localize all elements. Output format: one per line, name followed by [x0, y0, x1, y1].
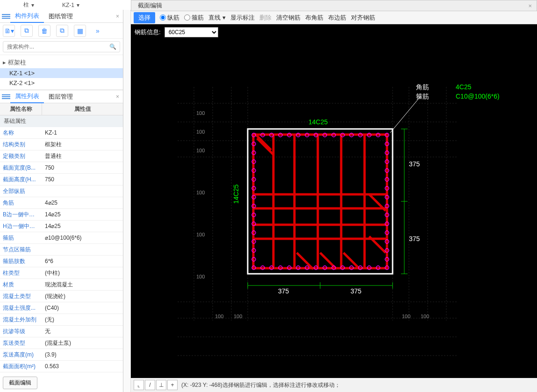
property-row[interactable]: 截面面积(m²)	[0, 361, 123, 372]
property-value[interactable]	[42, 314, 123, 325]
member-dropdown[interactable]: KZ-1 ▾	[62, 2, 79, 8]
tab-properties[interactable]: 属性列表	[10, 90, 44, 103]
layers-button[interactable]: ▦	[74, 25, 86, 37]
status-bar: ⌞ / ⊥ + (X: -923 Y: -468)选择钢筋进行编辑，选择标注进行…	[131, 378, 537, 392]
duplicate-button[interactable]: ⧉	[56, 25, 68, 37]
delete-button[interactable]: 🗑	[38, 25, 50, 37]
splitter[interactable]	[123, 10, 131, 392]
property-row[interactable]: 定额类别	[0, 150, 123, 162]
tab-components[interactable]: 构件列表	[10, 10, 44, 23]
property-value[interactable]	[42, 139, 123, 150]
tree-group[interactable]: ▸ 框架柱	[0, 57, 123, 68]
search-icon: 🔍	[109, 43, 116, 50]
property-value[interactable]	[42, 197, 123, 208]
longitudinal-radio[interactable]: 纵筋	[160, 14, 179, 22]
property-row[interactable]: 箍筋肢数	[0, 256, 123, 267]
tree-item-kz1[interactable]: KZ-1 <1>	[0, 68, 123, 78]
property-row[interactable]: 柱类型	[0, 267, 123, 279]
copy-button[interactable]: ⧉	[21, 25, 33, 37]
drawing-canvas[interactable]: 100100 100100 100100 100100 100100	[131, 40, 537, 378]
corner-rebar[interactable]: 布角筋	[305, 14, 323, 22]
property-value[interactable]	[42, 244, 123, 255]
property-value[interactable]	[42, 185, 123, 197]
rebar-info-label: 钢筋信息:	[135, 28, 161, 36]
line-tool[interactable]: 直线 ▾	[208, 14, 226, 22]
property-row[interactable]: 泵送高度(m)	[0, 349, 123, 361]
property-value[interactable]	[42, 174, 123, 185]
property-value[interactable]	[42, 349, 123, 360]
property-name: 角筋	[0, 199, 42, 207]
property-value[interactable]	[42, 337, 123, 349]
property-value[interactable]	[42, 326, 123, 337]
property-row[interactable]: 全部纵筋	[0, 185, 123, 197]
property-value[interactable]	[42, 209, 123, 220]
rebar-info-select[interactable]: 60C25	[165, 27, 218, 37]
property-value[interactable]	[42, 232, 123, 243]
more-button[interactable]: »	[92, 25, 104, 37]
property-row[interactable]: B边一侧中部筋	[0, 209, 123, 221]
property-value[interactable]	[42, 361, 123, 372]
tab-layers[interactable]: 图层管理	[44, 91, 78, 103]
close-icon[interactable]: ×	[116, 93, 119, 100]
property-row[interactable]: 混凝土强度...	[0, 302, 123, 314]
snap-cross-icon[interactable]: +	[167, 380, 178, 390]
clear-rebar[interactable]: 清空钢筋	[276, 14, 301, 22]
tree-item-kz2[interactable]: KZ-2 <1>	[0, 78, 123, 88]
close-icon[interactable]: ×	[116, 13, 119, 20]
property-row[interactable]: 箍筋	[0, 232, 123, 244]
snap-endpoint-icon[interactable]: ⌞	[134, 380, 144, 390]
property-value[interactable]	[42, 267, 123, 278]
property-row[interactable]: 截面宽度(B...	[0, 162, 123, 174]
section-edit-button[interactable]: 截面编辑	[3, 377, 37, 389]
new-button[interactable]: 🗎▾	[3, 25, 15, 37]
property-name: 混凝土类型	[0, 292, 42, 300]
property-row[interactable]: 名称	[0, 127, 123, 139]
property-name: 结构类别	[0, 141, 42, 149]
align-rebar[interactable]: 对齐钢筋	[351, 14, 375, 22]
property-value[interactable]	[42, 221, 123, 232]
svg-text:100: 100	[196, 274, 205, 279]
left-panel: 构件列表 图纸管理 × 🗎▾ ⧉ 🗑 ⧉ ▦ » 🔍 ▸ 框架柱 KZ-1 <1…	[0, 10, 123, 392]
property-row[interactable]: 角筋	[0, 197, 123, 209]
search-input[interactable]	[3, 41, 120, 52]
property-row[interactable]: 结构类别	[0, 139, 123, 150]
property-value[interactable]	[42, 302, 123, 314]
property-row[interactable]: 截面高度(H...	[0, 174, 123, 185]
close-icon[interactable]: ×	[528, 2, 532, 9]
snap-line-icon[interactable]: /	[145, 380, 155, 390]
edge-rebar[interactable]: 布边筋	[328, 14, 346, 22]
svg-line-41	[297, 253, 313, 269]
property-list[interactable]: 基础属性 名称结构类别定额类别截面宽度(B...截面高度(H...全部纵筋角筋B…	[0, 115, 123, 374]
property-row[interactable]: 节点区箍筋	[0, 244, 123, 256]
property-row[interactable]: H边一侧中部筋	[0, 221, 123, 232]
property-name: 泵送类型	[0, 339, 42, 347]
hamburger-icon[interactable]	[2, 14, 10, 19]
category-dropdown[interactable]: 柱 ▾	[23, 1, 34, 9]
property-name: 箍筋肢数	[0, 257, 42, 265]
show-annotation[interactable]: 显示标注	[230, 14, 255, 22]
property-value[interactable]	[42, 256, 123, 267]
property-row[interactable]: 混凝土外加剂	[0, 314, 123, 326]
property-value[interactable]	[42, 291, 123, 302]
property-value[interactable]	[42, 279, 123, 290]
property-row[interactable]: 抗渗等级	[0, 326, 123, 337]
property-value[interactable]	[42, 162, 123, 173]
stirrup-radio[interactable]: 箍筋	[184, 14, 204, 22]
editor-toolbar: 选择 纵筋 箍筋 直线 ▾ 显示标注 删除 清空钢筋 布角筋 布边筋 对齐钢筋	[131, 11, 537, 24]
svg-text:100: 100	[196, 148, 205, 153]
svg-text:100: 100	[196, 129, 205, 135]
svg-text:375: 375	[351, 287, 362, 295]
property-row[interactable]: 材质	[0, 279, 123, 291]
snap-perp-icon[interactable]: ⊥	[156, 380, 166, 390]
select-tool[interactable]: 选择	[134, 12, 155, 23]
delete-tool: 删除	[259, 14, 272, 22]
property-row[interactable]: 混凝土类型	[0, 291, 123, 302]
property-name: 抗渗等级	[0, 328, 42, 335]
property-row[interactable]: 泵送类型	[0, 337, 123, 349]
property-value[interactable]	[42, 127, 123, 138]
tab-drawings[interactable]: 图纸管理	[44, 10, 78, 22]
property-value[interactable]	[42, 150, 123, 162]
search-row: 🔍	[0, 39, 123, 55]
hamburger-icon[interactable]	[2, 94, 10, 99]
property-name: 混凝土强度...	[0, 304, 42, 312]
